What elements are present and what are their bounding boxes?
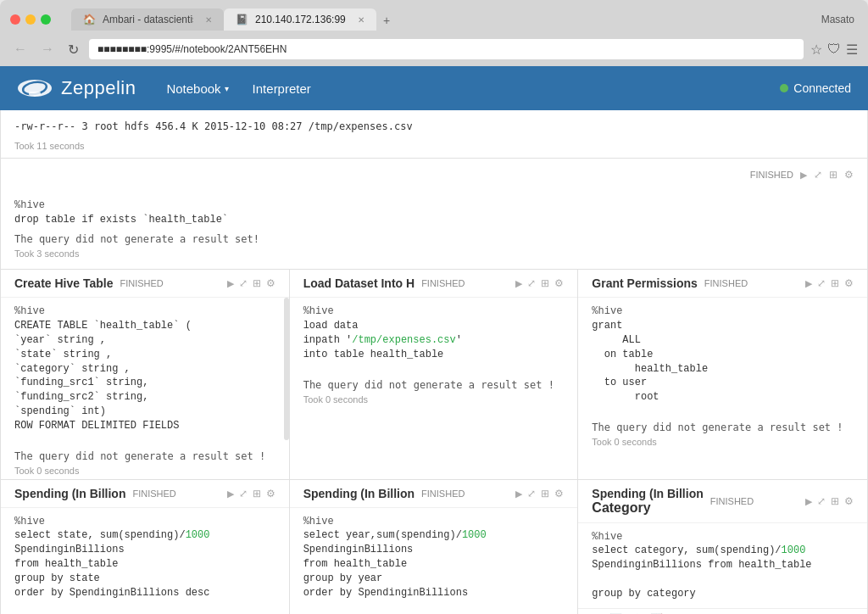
- minimize-button[interactable]: [25, 14, 36, 25]
- expand-icon[interactable]: ⤢: [527, 277, 536, 289]
- zeppelin-logo: Zeppelin: [17, 76, 136, 100]
- shield-icon[interactable]: 🛡: [827, 42, 841, 57]
- hive-drop-code: %hive drop table if exists `health_table…: [14, 184, 854, 226]
- run-icon[interactable]: [800, 169, 807, 181]
- spending-state-cell: Spending (In Billion FINISHED ⤢ ⊞ ⚙ %hiv…: [1, 480, 290, 614]
- status-badge: FINISHED: [750, 170, 793, 180]
- create-hive-cell: Create Hive Table FINISHED ⤢ ⊞ ⚙ %hive C…: [1, 270, 290, 478]
- create-hive-code: %hive CREATE TABLE `health_table` ( `yea…: [14, 304, 275, 433]
- spending-year-status: FINISHED: [421, 488, 465, 499]
- expand-icon[interactable]: ⤢: [817, 495, 826, 507]
- logo-text: Zeppelin: [61, 77, 136, 99]
- star-icon[interactable]: ☆: [810, 42, 822, 58]
- expand-icon[interactable]: ⤢: [814, 169, 822, 181]
- tab-ambari[interactable]: 🏠 Ambari - datascientist ✕: [71, 8, 224, 31]
- spending-category-code: %hive select category, sum(spending)/100…: [592, 530, 854, 601]
- create-hive-content: %hive CREATE TABLE `health_table` ( `yea…: [1, 298, 289, 439]
- spending-category-toolbar: ⤢ ⊞ ⚙: [805, 495, 854, 507]
- zeppelin-navbar: Zeppelin Notebook ▾ Interpreter Connecte…: [0, 66, 868, 110]
- spending-year-code: %hive select year,sum(spending)/1000 Spe…: [303, 515, 565, 600]
- traffic-lights: [10, 14, 51, 25]
- table-icon[interactable]: ⊞: [253, 277, 261, 289]
- hive-drop-timing: Took 3 seconds: [14, 248, 854, 259]
- maximize-button[interactable]: [41, 14, 51, 25]
- new-tab-button[interactable]: +: [376, 10, 397, 31]
- tab-close-icon[interactable]: ✕: [358, 15, 364, 25]
- reload-button[interactable]: ↻: [64, 40, 82, 59]
- load-dataset-title: Load Dataset Into H: [303, 276, 415, 290]
- table-icon[interactable]: ⊞: [831, 277, 839, 289]
- run-icon[interactable]: [227, 488, 234, 500]
- run-icon[interactable]: [227, 277, 234, 289]
- notebook-content: -rw-r--r-- 3 root hdfs 456.4 K 2015-12-1…: [0, 110, 868, 614]
- address-bar-row: ← → ↻ ☆ 🛡 ☰: [0, 36, 868, 66]
- table-icon[interactable]: ⊞: [829, 169, 837, 181]
- grant-permissions-toolbar: ⤢ ⊞ ⚙: [805, 277, 854, 289]
- connected-indicator: [780, 84, 788, 92]
- run-icon[interactable]: [805, 277, 812, 289]
- settings-icon[interactable]: ⚙: [844, 277, 854, 289]
- address-input[interactable]: [89, 39, 804, 59]
- ls-output: -rw-r--r-- 3 root hdfs 456.4 K 2015-12-1…: [1, 110, 867, 136]
- nav-item-interpreter[interactable]: Interpreter: [242, 75, 321, 103]
- close-button[interactable]: [10, 14, 20, 25]
- tab-favicon: 🏠: [83, 14, 96, 25]
- settings-icon[interactable]: ⚙: [266, 277, 275, 289]
- table-icon[interactable]: ⊞: [541, 488, 549, 500]
- grant-permissions-content: %hive grant ALL on table health_table to…: [578, 298, 867, 411]
- spending-cell-grid: Spending (In Billion FINISHED ⤢ ⊞ ⚙ %hiv…: [0, 480, 868, 614]
- nav-item-notebook[interactable]: Notebook ▾: [156, 75, 238, 103]
- create-hive-status: FINISHED: [120, 278, 163, 288]
- settings-icon[interactable]: ⚙: [554, 488, 564, 500]
- settings-icon[interactable]: ⚙: [844, 495, 854, 507]
- load-dataset-header: Load Dataset Into H FINISHED ⤢ ⊞ ⚙: [290, 270, 578, 298]
- table-icon[interactable]: ⊞: [541, 277, 549, 289]
- table-icon[interactable]: ⊞: [253, 488, 261, 500]
- tab-close-icon[interactable]: ✕: [205, 15, 212, 25]
- grant-permissions-header: Grant Permissions FINISHED ⤢ ⊞ ⚙: [578, 270, 867, 298]
- run-icon[interactable]: [515, 277, 522, 289]
- back-button[interactable]: ←: [10, 40, 31, 59]
- spending-year-cell: Spending (In Billion FINISHED ⤢ ⊞ ⚙ %hiv…: [290, 480, 579, 614]
- spending-year-toolbar: ⤢ ⊞ ⚙: [515, 488, 564, 500]
- expand-icon[interactable]: ⤢: [239, 277, 248, 289]
- load-dataset-status: FINISHED: [421, 278, 465, 288]
- create-hive-timing: Took 0 seconds: [14, 466, 275, 476]
- grant-permissions-code: %hive grant ALL on table health_table to…: [592, 304, 854, 405]
- spending-state-title: Spending (In Billion: [14, 487, 125, 500]
- zeppelin-logo-icon: [17, 76, 53, 100]
- user-label: Masato: [821, 14, 854, 25]
- load-dataset-toolbar: ⤢ ⊞ ⚙: [515, 277, 564, 289]
- nav-menu: Notebook ▾ Interpreter: [156, 75, 320, 103]
- create-hive-output: The query did not generate a result set …: [14, 450, 275, 462]
- tab-zeppelin[interactable]: 📓 210.140.172.136:9995/# ✕: [224, 8, 376, 31]
- settings-icon[interactable]: ⚙: [554, 277, 564, 289]
- spending-state-header: Spending (In Billion FINISHED ⤢ ⊞ ⚙: [1, 480, 289, 508]
- middle-cell-grid: Create Hive Table FINISHED ⤢ ⊞ ⚙ %hive C…: [0, 270, 868, 479]
- spending-category-status: FINISHED: [710, 496, 754, 506]
- expand-icon[interactable]: ⤢: [527, 488, 536, 500]
- settings-icon[interactable]: ⚙: [266, 488, 275, 500]
- grant-permissions-title: Grant Permissions: [592, 276, 698, 290]
- create-hive-title: Create Hive Table: [14, 276, 113, 290]
- table-icon[interactable]: ⊞: [831, 495, 839, 507]
- spending-year-title: Spending (In Billion: [303, 487, 415, 500]
- toolbar-right: ☆ 🛡 ☰: [810, 42, 858, 58]
- chevron-down-icon: ▾: [225, 84, 229, 93]
- expand-icon[interactable]: ⤢: [239, 488, 248, 500]
- grant-permissions-status: FINISHED: [704, 278, 748, 288]
- forward-button[interactable]: →: [37, 40, 58, 59]
- tab-label: Ambari - datascientist: [103, 14, 193, 25]
- run-icon[interactable]: [515, 488, 522, 500]
- scrollbar[interactable]: [284, 298, 289, 439]
- create-hive-header: Create Hive Table FINISHED ⤢ ⊞ ⚙: [1, 270, 289, 298]
- menu-icon[interactable]: ☰: [846, 42, 858, 58]
- ls-timing: Took 11 seconds: [14, 141, 854, 151]
- create-hive-toolbar: ⤢ ⊞ ⚙: [227, 277, 275, 289]
- ls-cell: -rw-r--r-- 3 root hdfs 456.4 K 2015-12-1…: [0, 110, 868, 159]
- spending-category-content: %hive select category, sum(spending)/100…: [578, 523, 867, 608]
- run-icon[interactable]: [805, 495, 812, 507]
- tab-label: 210.140.172.136:9995/#: [255, 14, 346, 25]
- settings-icon[interactable]: ⚙: [844, 169, 854, 181]
- expand-icon[interactable]: ⤢: [817, 277, 826, 289]
